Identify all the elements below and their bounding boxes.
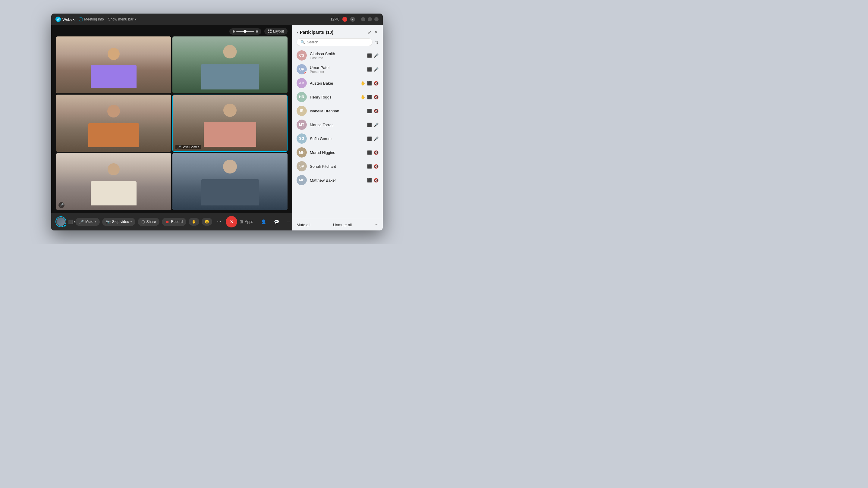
role-umar: Presenter (310, 70, 364, 73)
more-right-button[interactable]: ··· (284, 218, 292, 225)
close-button[interactable]: × (374, 17, 378, 22)
screen-ctrl-austen: ⬛ (367, 81, 372, 86)
reactions-button[interactable]: ✋ (189, 218, 199, 226)
layout-button[interactable]: Layout (264, 28, 287, 35)
avatar-austen: AB (297, 78, 307, 88)
avatar-sonali: SP (297, 161, 307, 171)
meeting-info-button[interactable]: i Meeting info (79, 17, 104, 22)
screen-ctrl-umar: ⬛ (367, 67, 372, 72)
self-view-expand[interactable]: ⬛ ▾ (68, 220, 75, 224)
controls-sonali: ⬛ 🔇 (367, 164, 378, 169)
participant-item-sofia[interactable]: SG Sofia Gomez ⬛ 🎤 (292, 132, 383, 145)
avatar-sofia: SG (297, 133, 307, 144)
mute-all-button[interactable]: Mute all (297, 223, 310, 227)
video-chevron[interactable]: ▾ (130, 221, 132, 223)
participant-item-matthew[interactable]: MB Matthew Baker ⬛ 🔇 (292, 173, 383, 187)
name-umar: Umar Patel (310, 65, 364, 70)
controls-henry: ✋ ⬛ 🔇 (361, 95, 378, 99)
muted-overlay-cell5: 🎤 (59, 202, 64, 208)
participant-item-umar[interactable]: UP Umar Patel Presenter ⬛ 🎤 (292, 62, 383, 76)
pop-out-button[interactable]: ⤢ (367, 29, 372, 35)
info-austen: Austen Baker (310, 81, 358, 86)
stop-video-button[interactable]: 📷 Stop video ▾ (102, 218, 135, 226)
emoji-icon: 😊 (205, 220, 209, 224)
controls-marise: ⬛ 🎤 (367, 123, 378, 127)
mic-ctrl-matthew: 🔇 (374, 178, 378, 183)
screen-ctrl-sonali: ⬛ (367, 164, 372, 169)
mic-ctrl-austen: 🔇 (374, 81, 378, 86)
more-options-button[interactable]: ··· (215, 217, 223, 226)
zoom-slider-thumb (244, 30, 247, 33)
avatar-img-murad: MH (297, 147, 307, 158)
avatar-img-clarissa: CS (297, 50, 307, 61)
zoom-in-icon[interactable]: ⊕ (255, 30, 258, 33)
participant-item-austen[interactable]: AB Austen Baker ✋ ⬛ 🔇 (292, 76, 383, 90)
apps-icon: ⊞ (240, 219, 243, 224)
maximize-button[interactable]: □ (368, 17, 372, 22)
self-view[interactable] (56, 216, 66, 227)
video-icon: 📷 (106, 220, 111, 224)
video-cell-2 (173, 36, 287, 93)
mute-chevron[interactable]: ▾ (95, 221, 96, 223)
unmute-all-button[interactable]: Unmute all (333, 223, 352, 227)
role-clarissa: Host, me (310, 56, 364, 60)
mic-ctrl-clarissa: 🎤 (374, 53, 378, 58)
minimize-button[interactable]: − (361, 17, 365, 22)
controls-sofia: ⬛ 🎤 (367, 136, 378, 141)
end-call-button[interactable]: ✕ (226, 216, 237, 227)
titlebar-profile-icon[interactable]: ● (350, 17, 355, 22)
toolbar-left: ⬛ ▾ (56, 216, 75, 227)
sofia-name: Sofia Gomez (182, 145, 199, 149)
participant-item-sonali[interactable]: SP Sonali Pitchard ⬛ 🔇 (292, 159, 383, 173)
zoom-out-icon[interactable]: ⊖ (232, 30, 235, 33)
screen-ctrl-matthew: ⬛ (367, 178, 372, 183)
avatar-henry: HR (297, 92, 307, 102)
name-sonali: Sonali Pitchard (310, 164, 364, 169)
sofia-label: 🎤 Sofia Gomez (176, 145, 201, 150)
participant-item-clarissa[interactable]: CS Clarissa Smith Host, me ⬛ 🎤 (292, 48, 383, 62)
close-panel-button[interactable]: ✕ (374, 29, 378, 35)
app-name: Webex (62, 17, 74, 22)
titlebar-right: 12:40 ● − □ × (330, 17, 378, 22)
search-input[interactable] (307, 40, 369, 44)
video-cell-6 (173, 153, 287, 210)
screen-ctrl-isabella: ⬛ (367, 109, 372, 113)
more-right-icon: ··· (287, 220, 290, 224)
controls-isabella: ⬛ 🔇 (367, 109, 378, 113)
mute-button[interactable]: 🎤 Mute ▾ (75, 218, 100, 226)
participant-item-marise[interactable]: MT Marise Torres ⬛ 🎤 (292, 118, 383, 132)
record-button[interactable]: ⏺ Record (162, 218, 186, 226)
participant-item-isabella[interactable]: IB Isabella Brennan ⬛ 🔇 (292, 104, 383, 118)
toolbar-center: 🎤 Mute ▾ 📷 Stop video ▾ ⬡ Share ⏺ (75, 216, 237, 227)
show-menu-button[interactable]: Show menu bar ▾ (108, 17, 136, 22)
video-cell-4-sofia: 🎤 Sofia Gomez (173, 95, 287, 152)
apps-button[interactable]: ⊞ Apps (237, 218, 255, 225)
webex-window: W Webex i Meeting info Show menu bar ▾ 1… (51, 13, 383, 230)
zoom-slider[interactable] (236, 31, 254, 32)
participants-count: (10) (326, 30, 333, 35)
video-area: ⊖ ⊕ Layout (51, 25, 292, 230)
video-cell-5: 🎤 (56, 153, 171, 210)
self-view-indicator (63, 224, 66, 227)
info-sonali: Sonali Pitchard (310, 164, 364, 169)
participants-button[interactable]: 👤 (258, 218, 269, 225)
share-button[interactable]: ⬡ Share (138, 218, 159, 226)
participant-item-murad[interactable]: MH Murad Higgins ⬛ 🔇 (292, 145, 383, 159)
zoom-control[interactable]: ⊖ ⊕ (229, 28, 261, 35)
mute-label: Mute (85, 220, 93, 224)
participants-title: Participants (300, 30, 324, 35)
avatar-img-matthew: MB (297, 175, 307, 185)
info-umar: Umar Patel Presenter (310, 65, 364, 73)
sort-button[interactable]: ⇅ (375, 40, 378, 44)
participant-item-henry[interactable]: HR Henry Riggs ✋ ⬛ 🔇 (292, 90, 383, 104)
panel-collapse-chevron[interactable]: ▾ (297, 31, 298, 34)
window-controls: − □ × (361, 17, 378, 22)
chat-button[interactable]: 💬 (272, 218, 281, 225)
show-menu-label: Show menu bar (108, 17, 133, 22)
controls-murad: ⬛ 🔇 (367, 150, 378, 155)
footer-more-button[interactable]: ··· (375, 222, 378, 227)
emoji-button[interactable]: 😊 (202, 218, 212, 226)
search-bar: 🔍 (297, 38, 373, 46)
screen-ctrl-marise: ⬛ (367, 123, 372, 127)
controls-clarissa: ⬛ 🎤 (367, 53, 378, 58)
